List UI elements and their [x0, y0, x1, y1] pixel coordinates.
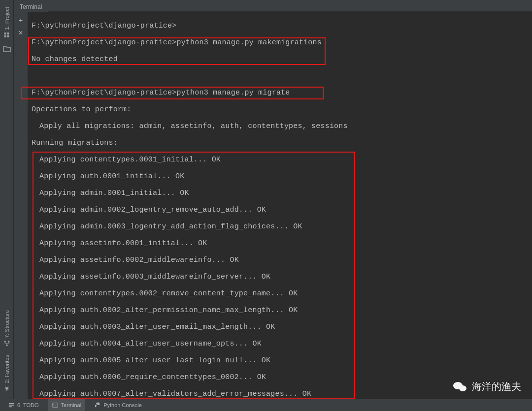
bottom-tab-python-console-label: Python Console — [103, 402, 142, 408]
bottom-bar: 6: TODO Terminal Python Console — [0, 399, 532, 411]
panel-header: Terminal — [14, 0, 532, 12]
svg-rect-5 — [8, 341, 9, 342]
watermark: 海洋的渔夫 — [453, 380, 521, 393]
svg-rect-7 — [9, 403, 14, 404]
structure-icon — [3, 340, 10, 347]
sidebar-tab-favorites[interactable]: 2: Favorites — [3, 351, 10, 396]
terminal-line: Applying auth.0003_alter_user_email_max_… — [32, 322, 528, 332]
terminal-line: Applying auth.0001_initial... OK — [32, 171, 528, 182]
terminal-line: Applying admin.0002_logentry_remove_auto… — [32, 205, 528, 215]
terminal-line: Applying auth.0004_alter_user_username_o… — [32, 339, 528, 349]
terminal-line: Applying assetinfo.0003_middlewareinfo_s… — [32, 272, 528, 282]
svg-rect-1 — [4, 35, 6, 37]
terminal-line: F:\pythonProject\django-pratice>python3 … — [32, 37, 528, 48]
sidebar-tab-project-label: 1: Project — [4, 7, 10, 30]
terminal-body[interactable]: F:\pythonProject\django-pratice> F:\pyth… — [28, 12, 532, 399]
todo-icon — [8, 402, 15, 409]
python-icon — [94, 402, 101, 409]
svg-rect-2 — [7, 33, 9, 35]
terminal-icon — [52, 402, 59, 409]
terminal-line: F:\pythonProject\django-pratice> — [32, 21, 528, 31]
bottom-tab-python-console[interactable]: Python Console — [90, 399, 146, 411]
left-sidebar: 1: Project 7: Structure 2: Favorites — [0, 0, 14, 399]
terminal-line: Applying auth.0002_alter_permission_name… — [32, 305, 528, 316]
terminal-line: Operations to perform: — [32, 104, 528, 115]
terminal-line: Running migrations: — [32, 138, 528, 148]
terminal-tab[interactable]: Terminal — [14, 0, 48, 12]
wechat-icon — [453, 381, 468, 393]
svg-rect-0 — [7, 35, 9, 37]
terminal-line: Apply all migrations: admin, assetinfo, … — [32, 121, 528, 131]
new-tab-button[interactable]: + — [15, 15, 26, 26]
svg-rect-8 — [9, 405, 14, 406]
sidebar-tab-favorites-label: 2: Favorites — [4, 355, 10, 383]
terminal-line: Applying assetinfo.0002_middlewareinfo..… — [32, 255, 528, 265]
svg-rect-3 — [4, 33, 6, 35]
terminal-line: No changes detected — [32, 54, 528, 64]
terminal-line — [32, 71, 528, 81]
terminal-line: Applying contenttypes.0002_remove_conten… — [32, 288, 528, 299]
terminal-line: Applying admin.0003_logentry_add_action_… — [32, 221, 528, 232]
project-icon — [3, 32, 10, 38]
terminal-line: F:\pythonProject\django-pratice>python3 … — [32, 88, 528, 98]
svg-rect-6 — [4, 341, 5, 342]
sidebar-tab-structure[interactable]: 7: Structure — [3, 306, 10, 351]
sidebar-tab-project[interactable]: 1: Project — [3, 3, 10, 42]
bottom-tab-terminal-label: Terminal — [61, 402, 82, 408]
bottom-tab-todo-label: 6: TODO — [17, 402, 39, 408]
bottom-tab-todo[interactable]: 6: TODO — [4, 399, 43, 411]
terminal-line: Applying contenttypes.0001_initial... OK — [32, 155, 528, 165]
terminal-line: Applying admin.0001_initial... OK — [32, 188, 528, 198]
watermark-text: 海洋的渔夫 — [472, 380, 521, 393]
terminal-line: Applying auth.0005_alter_user_last_login… — [32, 355, 528, 366]
sidebar-tab-structure-label: 7: Structure — [4, 310, 10, 338]
svg-rect-9 — [9, 407, 12, 408]
bottom-tab-terminal[interactable]: Terminal — [48, 399, 86, 411]
close-tab-button[interactable]: × — [15, 28, 26, 38]
star-icon — [3, 385, 10, 392]
folder-icon[interactable] — [3, 45, 11, 52]
svg-rect-4 — [6, 345, 7, 346]
svg-rect-10 — [52, 403, 57, 408]
terminal-toolbar: + × — [14, 12, 28, 399]
terminal-line: Applying assetinfo.0001_initial... OK — [32, 238, 528, 249]
